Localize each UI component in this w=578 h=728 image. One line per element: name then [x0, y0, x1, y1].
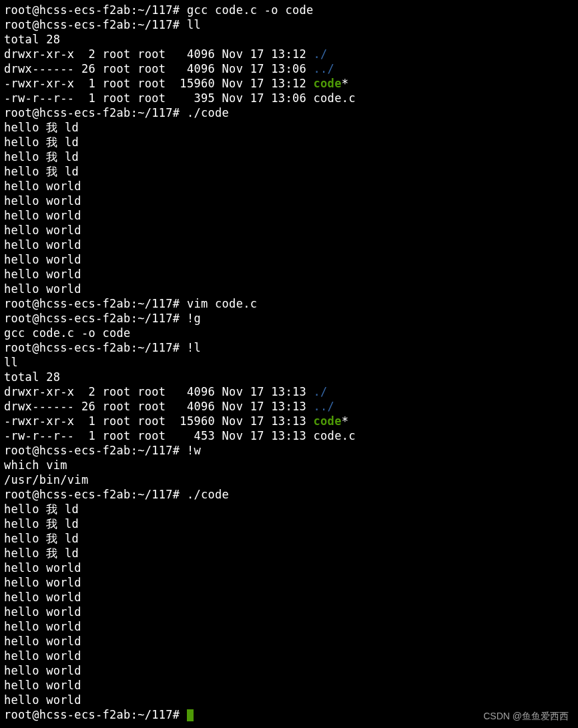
ls-suffix: *	[342, 77, 349, 90]
watermark-text: CSDN @鱼鱼爱西西	[483, 711, 569, 723]
cursor-icon	[187, 709, 194, 721]
terminal-line: hello world	[4, 282, 574, 296]
terminal-line: hello 我 ld	[4, 546, 574, 561]
output-text: hello world	[4, 561, 81, 575]
output-text: /usr/bin/vim	[4, 473, 88, 486]
output-text: hello 我 ld	[4, 165, 79, 178]
shell-prompt: root@hcss-ecs-f2ab:~/117#	[4, 312, 187, 325]
terminal-line: total 28	[4, 32, 574, 47]
ls-meta: drwxr-xr-x 2 root root 4096 Nov 17 13:12	[4, 47, 314, 61]
terminal-line: -rw-r--r-- 1 root root 453 Nov 17 13:13 …	[4, 428, 574, 443]
ls-filename: ../	[314, 62, 335, 75]
shell-command: ./code	[187, 106, 229, 119]
ls-filename: code	[314, 77, 342, 90]
ls-meta: -rw-r--r-- 1 root root 395 Nov 17 13:06	[4, 91, 314, 105]
output-text: hello world	[4, 679, 81, 692]
shell-command: ll	[187, 18, 201, 31]
terminal-line: hello world	[4, 649, 574, 663]
terminal-line: total 28	[4, 370, 574, 384]
terminal-line: root@hcss-ecs-f2ab:~/117# ./code	[4, 487, 574, 502]
output-text: hello 我 ld	[4, 135, 79, 149]
shell-command: vim code.c	[187, 297, 257, 310]
ls-meta: -rwxr-xr-x 1 root root 15960 Nov 17 13:1…	[4, 414, 314, 428]
output-text: hello world	[4, 179, 81, 193]
output-text: which vim	[4, 458, 67, 472]
terminal-line: root@hcss-ecs-f2ab:~/117# gcc code.c -o …	[4, 3, 574, 17]
shell-prompt: root@hcss-ecs-f2ab:~/117#	[4, 708, 187, 721]
output-text: hello world	[4, 620, 81, 633]
terminal-line: hello world	[4, 605, 574, 619]
output-text: hello world	[4, 282, 81, 296]
terminal-line: root@hcss-ecs-f2ab:~/117# ll	[4, 17, 574, 32]
terminal-line: hello world	[4, 252, 574, 267]
terminal-line: hello world	[4, 663, 574, 678]
terminal-line: hello 我 ld	[4, 531, 574, 546]
terminal-line: hello world	[4, 194, 574, 208]
terminal-line: gcc code.c -o code	[4, 326, 574, 340]
shell-command: !g	[187, 312, 201, 325]
terminal-line: hello world	[4, 223, 574, 238]
terminal-line: hello 我 ld	[4, 149, 574, 164]
terminal-line: hello world	[4, 590, 574, 605]
output-text: hello 我 ld	[4, 150, 79, 163]
output-text: hello world	[4, 664, 81, 677]
terminal-line: hello world	[4, 678, 574, 693]
ls-suffix: *	[342, 414, 349, 428]
output-text: hello world	[4, 209, 81, 222]
output-text: hello world	[4, 224, 81, 237]
output-text: hello world	[4, 635, 81, 648]
terminal-line: root@hcss-ecs-f2ab:~/117# !g	[4, 311, 574, 326]
output-text: hello 我 ld	[4, 547, 79, 560]
output-text: hello 我 ld	[4, 532, 79, 545]
output-text: hello 我 ld	[4, 517, 79, 530]
terminal-line: hello world	[4, 208, 574, 223]
shell-prompt: root@hcss-ecs-f2ab:~/117#	[4, 18, 187, 31]
shell-prompt: root@hcss-ecs-f2ab:~/117#	[4, 444, 187, 457]
output-text: hello world	[4, 605, 81, 619]
shell-prompt: root@hcss-ecs-f2ab:~/117#	[4, 3, 187, 17]
ls-meta: drwxr-xr-x 2 root root 4096 Nov 17 13:13	[4, 385, 314, 398]
terminal-line: drwxr-xr-x 2 root root 4096 Nov 17 13:13…	[4, 384, 574, 399]
terminal-line: drwxr-xr-x 2 root root 4096 Nov 17 13:12…	[4, 47, 574, 61]
terminal-line: hello world	[4, 693, 574, 707]
ls-filename: ./	[314, 47, 328, 61]
ls-filename: ./	[314, 385, 328, 398]
output-text: hello world	[4, 576, 81, 589]
terminal-line: which vim	[4, 458, 574, 472]
terminal-line: -rwxr-xr-x 1 root root 15960 Nov 17 13:1…	[4, 414, 574, 428]
ls-meta: drwx------ 26 root root 4096 Nov 17 13:0…	[4, 62, 314, 75]
output-text: gcc code.c -o code	[4, 326, 131, 340]
ls-filename: code.c	[314, 429, 356, 442]
terminal-line: drwx------ 26 root root 4096 Nov 17 13:0…	[4, 61, 574, 76]
shell-command: ./code	[187, 488, 229, 501]
shell-prompt: root@hcss-ecs-f2ab:~/117#	[4, 341, 187, 354]
ls-filename: code.c	[314, 91, 356, 105]
output-text: hello world	[4, 268, 81, 281]
output-text: total 28	[4, 370, 60, 384]
terminal-output[interactable]: root@hcss-ecs-f2ab:~/117# gcc code.c -o …	[0, 0, 578, 725]
shell-prompt: root@hcss-ecs-f2ab:~/117#	[4, 488, 187, 501]
terminal-line: hello 我 ld	[4, 502, 574, 516]
output-text: total 28	[4, 33, 60, 46]
terminal-line: -rwxr-xr-x 1 root root 15960 Nov 17 13:1…	[4, 76, 574, 91]
terminal-line: root@hcss-ecs-f2ab:~/117# vim code.c	[4, 296, 574, 311]
output-text: hello 我 ld	[4, 502, 79, 516]
ls-meta: -rw-r--r-- 1 root root 453 Nov 17 13:13	[4, 429, 314, 442]
shell-command: !w	[187, 444, 201, 457]
ls-filename: ../	[314, 400, 335, 413]
terminal-line: root@hcss-ecs-f2ab:~/117# !w	[4, 443, 574, 458]
ls-meta: drwx------ 26 root root 4096 Nov 17 13:1…	[4, 400, 314, 413]
terminal-line: hello 我 ld	[4, 120, 574, 135]
output-text: hello 我 ld	[4, 121, 79, 134]
terminal-line: hello world	[4, 238, 574, 252]
terminal-line: root@hcss-ecs-f2ab:~/117# !l	[4, 340, 574, 355]
output-text: hello world	[4, 238, 81, 252]
output-text: hello world	[4, 194, 81, 208]
ls-meta: -rwxr-xr-x 1 root root 15960 Nov 17 13:1…	[4, 77, 314, 90]
terminal-line: hello 我 ld	[4, 164, 574, 179]
terminal-line: hello world	[4, 267, 574, 282]
output-text: hello world	[4, 693, 81, 707]
output-text: hello world	[4, 253, 81, 266]
shell-command: gcc code.c -o code	[187, 3, 314, 17]
terminal-line: hello world	[4, 575, 574, 590]
